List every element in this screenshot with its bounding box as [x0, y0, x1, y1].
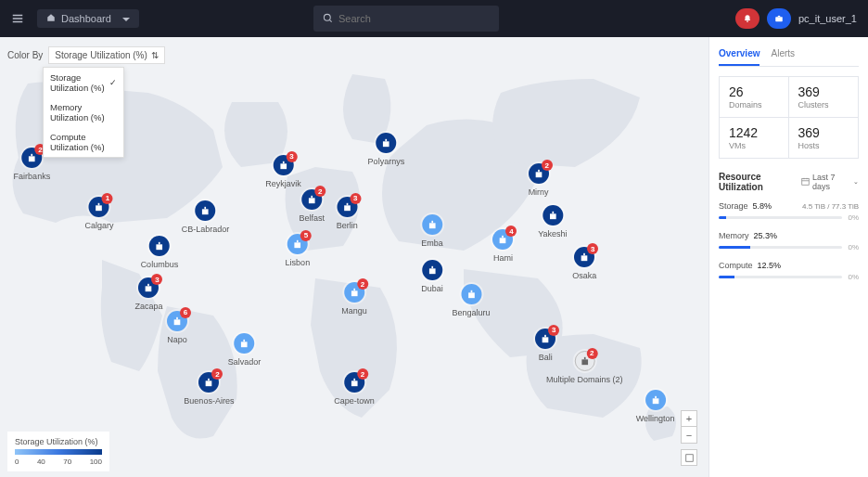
map-marker[interactable]: 2Mangu	[341, 282, 367, 316]
svg-rect-45	[583, 253, 585, 256]
period-selector[interactable]: Last 7 days ⌄	[801, 173, 859, 191]
map-area[interactable]: Color By Storage Utilization (%) ⇅ Stora…	[0, 37, 708, 477]
map-marker[interactable]: Columbus	[141, 236, 179, 269]
map-marker[interactable]: Yakeshi	[538, 205, 567, 238]
marker-dot[interactable]: 2	[198, 372, 219, 393]
map-marker[interactable]: Bengaluru	[453, 284, 491, 317]
svg-rect-35	[431, 266, 433, 269]
svg-rect-36	[468, 293, 475, 299]
svg-rect-29	[353, 379, 355, 381]
stat-hosts[interactable]: 369 Hosts	[789, 118, 859, 158]
map-marker[interactable]: Wellington	[636, 390, 675, 423]
color-by-label: Color By	[7, 50, 43, 60]
marker-label: Osaka	[572, 271, 596, 280]
search-input[interactable]	[338, 13, 490, 24]
svg-point-0	[324, 14, 330, 20]
calendar-icon	[801, 177, 810, 187]
marker-dot[interactable]: 4	[492, 229, 513, 250]
map-marker[interactable]: 2Cape-town	[334, 372, 375, 406]
marker-label: Bengaluru	[453, 308, 491, 317]
marker-dot[interactable]: 3	[535, 329, 555, 349]
marker-badge: 5	[300, 230, 312, 241]
marker-dot[interactable]	[376, 133, 396, 153]
stat-domains[interactable]: 26 Domains	[720, 77, 789, 118]
map-marker[interactable]: 2Mirny	[529, 163, 549, 197]
marker-dot[interactable]	[235, 333, 255, 354]
zoom-in-button[interactable]: +	[681, 410, 697, 427]
alerts-button[interactable]	[735, 8, 760, 29]
map-marker[interactable]: 2Belfast	[299, 189, 325, 223]
tab-overview[interactable]: Overview	[719, 45, 760, 66]
marker-dot[interactable]: 2	[301, 189, 322, 210]
marker-dot[interactable]: 3	[274, 155, 294, 175]
dropdown-option-storage[interactable]: Storage Utilization (%) ✓	[44, 68, 123, 97]
legend-title: Storage Utilization (%)	[15, 437, 102, 446]
map-marker[interactable]: 1Calgary	[84, 197, 113, 230]
marker-dot[interactable]	[149, 236, 170, 256]
dropdown-option-compute[interactable]: Compute Utilization (%)	[44, 127, 123, 157]
stat-vms[interactable]: 1242 VMs	[720, 118, 789, 158]
marker-dot[interactable]: 3	[574, 247, 594, 267]
svg-rect-23	[311, 196, 313, 199]
marker-dot[interactable]: 6	[167, 311, 187, 331]
right-sidebar: Overview Alerts 26 Domains 369 Clusters …	[708, 37, 868, 477]
svg-rect-7	[205, 207, 207, 210]
map-marker[interactable]: 3Zacapa	[134, 277, 162, 311]
breadcrumb-dropdown[interactable]: Dashboard	[37, 9, 139, 28]
svg-rect-21	[297, 240, 299, 243]
fullscreen-button[interactable]	[681, 449, 697, 466]
marker-dot[interactable]	[542, 205, 563, 226]
marker-dot[interactable]	[196, 200, 216, 221]
hamburger-icon[interactable]	[11, 12, 30, 25]
map-marker[interactable]: Salvador	[228, 333, 262, 367]
marker-dot[interactable]: 1	[89, 197, 109, 217]
marker-label: CB-Labrador	[182, 225, 230, 234]
marker-dot[interactable]	[422, 214, 442, 235]
map-marker[interactable]: 3Osaka	[572, 247, 596, 280]
marker-dot[interactable]: 2	[344, 372, 364, 393]
stat-clusters[interactable]: 369 Clusters	[789, 77, 859, 118]
marker-label: Buenos-Aires	[184, 396, 234, 406]
zoom-out-button[interactable]: −	[681, 427, 697, 444]
svg-rect-47	[544, 335, 546, 338]
svg-rect-40	[535, 172, 542, 177]
user-label[interactable]: pc_it_user_1	[798, 13, 857, 24]
marker-dot[interactable]	[461, 284, 481, 304]
marker-dot[interactable]: 2	[574, 351, 594, 371]
marker-badge: 2	[542, 160, 553, 171]
marker-label: Napo	[167, 335, 187, 344]
marker-label: Hami	[492, 253, 513, 263]
marker-label: Polyarnys	[368, 157, 405, 166]
map-marker[interactable]: 3Berlin	[337, 197, 358, 230]
marker-dot[interactable]: 3	[138, 277, 159, 298]
map-marker[interactable]: 4Hami	[492, 229, 513, 263]
map-marker[interactable]: Dubai	[421, 260, 443, 293]
marker-dot[interactable]	[422, 260, 442, 280]
map-marker[interactable]: 5Lisbon	[286, 234, 311, 267]
svg-rect-31	[353, 289, 355, 291]
color-by-dropdown: Storage Utilization (%) ✓ Memory Utiliza…	[43, 67, 124, 158]
marker-dot[interactable]: 2	[21, 148, 42, 168]
toolbox-button[interactable]	[767, 8, 791, 29]
sidebar-tabs: Overview Alerts	[719, 45, 859, 67]
map-marker[interactable]: Polyarnys	[368, 133, 405, 166]
marker-dot[interactable]: 2	[344, 282, 364, 303]
marker-label: Multiple Domains (2)	[546, 375, 623, 384]
map-marker[interactable]: CB-Labrador	[182, 200, 230, 234]
marker-dot[interactable]: 3	[337, 197, 357, 217]
marker-dot[interactable]: 5	[287, 234, 308, 254]
util-storage: Storage 5.8% 4.5 TiB / 77.3 TiB 0%	[719, 201, 859, 222]
map-marker[interactable]: 3Reykjavik	[265, 155, 301, 188]
map-marker[interactable]: 2Multiple Domains (2)	[546, 351, 623, 384]
marker-dot[interactable]: 2	[529, 163, 549, 184]
tab-alerts[interactable]: Alerts	[771, 45, 795, 66]
color-by-select[interactable]: Storage Utilization (%) ⇅	[48, 46, 164, 64]
map-marker[interactable]: 6Napo	[167, 311, 187, 344]
search-box[interactable]	[313, 6, 499, 32]
map-marker[interactable]: 2Buenos-Aires	[184, 372, 234, 406]
map-marker[interactable]: Emba	[421, 214, 443, 248]
dropdown-option-memory[interactable]: Memory Utilization (%)	[44, 97, 123, 127]
svg-rect-28	[351, 381, 358, 387]
svg-rect-24	[344, 205, 351, 211]
marker-dot[interactable]	[645, 390, 666, 410]
